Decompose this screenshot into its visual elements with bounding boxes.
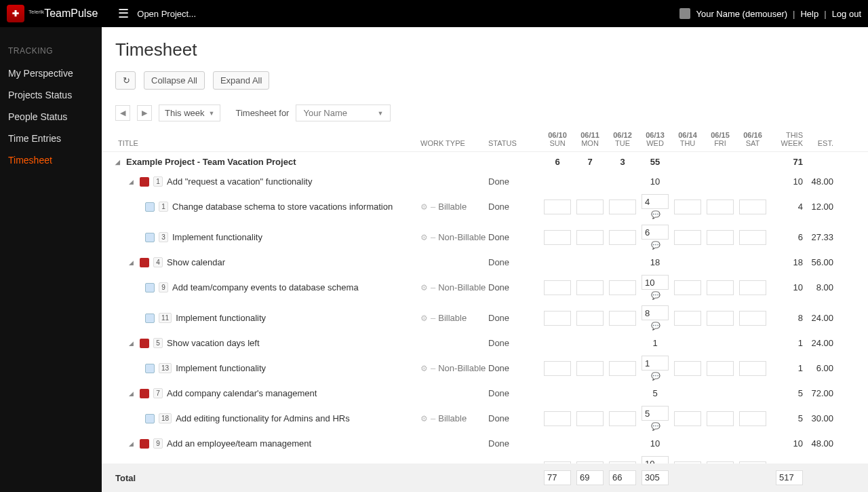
sidebar-item-people-status[interactable]: People Status <box>0 106 102 128</box>
gear-icon[interactable]: ⚙ <box>420 283 428 292</box>
person-value: Your Name <box>303 108 347 118</box>
total-label: Total <box>115 473 420 483</box>
help-link[interactable]: Help <box>800 9 818 19</box>
user-link[interactable]: Your Name (demouser) <box>696 9 787 19</box>
week-picker[interactable]: This week ▼ <box>159 105 220 121</box>
avatar[interactable] <box>679 8 690 19</box>
expand-all-button[interactable]: Expand All <box>213 71 269 90</box>
time-input[interactable] <box>609 361 636 376</box>
collapse-icon[interactable]: ◢ <box>129 340 136 347</box>
est-value: 8.00 <box>803 282 833 292</box>
time-input[interactable] <box>642 456 669 463</box>
sidebar-item-my-perspective[interactable]: My Perspective <box>0 62 102 84</box>
collapse-all-button[interactable]: Collapse All <box>144 71 205 90</box>
time-input[interactable] <box>707 280 734 295</box>
time-input[interactable] <box>544 311 571 326</box>
refresh-button[interactable]: ↻ <box>115 71 136 90</box>
est-value: 27.33 <box>803 232 833 242</box>
time-input[interactable] <box>674 361 701 376</box>
time-input[interactable] <box>576 280 604 295</box>
time-input[interactable] <box>707 311 734 326</box>
time-input[interactable] <box>544 280 571 295</box>
gear-icon[interactable]: ⚙ <box>420 414 428 423</box>
time-input[interactable] <box>739 411 766 426</box>
comment-icon[interactable]: 💬 <box>651 372 660 380</box>
story-title: Add company calendar's management <box>167 388 317 398</box>
time-input[interactable] <box>642 275 669 290</box>
time-input[interactable] <box>674 200 701 214</box>
time-input[interactable] <box>576 311 604 326</box>
prev-week-button[interactable]: ◀ <box>115 105 130 121</box>
gear-icon[interactable]: ⚙ <box>420 314 428 323</box>
time-input[interactable] <box>576 200 604 214</box>
collapse-icon[interactable]: ◢ <box>129 259 136 266</box>
time-input[interactable] <box>642 194 669 209</box>
time-input[interactable] <box>739 230 766 245</box>
comment-icon[interactable]: 💬 <box>651 322 660 330</box>
time-input[interactable] <box>642 225 669 240</box>
time-input[interactable] <box>544 361 571 376</box>
collapse-icon[interactable]: ◢ <box>129 178 136 185</box>
time-input[interactable] <box>609 311 636 326</box>
collapse-icon[interactable]: ◢ <box>129 390 136 397</box>
time-input[interactable] <box>739 200 766 214</box>
sidebar-item-projects-status[interactable]: Projects Status <box>0 84 102 106</box>
total-day: 77 <box>541 470 574 485</box>
time-input[interactable] <box>544 200 571 214</box>
time-input[interactable] <box>609 200 636 214</box>
time-input[interactable] <box>674 280 701 295</box>
total-day <box>671 470 704 485</box>
time-input[interactable] <box>707 361 734 376</box>
time-input[interactable] <box>609 280 636 295</box>
comment-icon[interactable]: 💬 <box>651 210 660 219</box>
time-input[interactable] <box>576 230 604 245</box>
time-input[interactable] <box>544 230 571 245</box>
task-title: Implement functionality <box>176 313 266 323</box>
time-input[interactable] <box>739 311 766 326</box>
time-input[interactable] <box>739 280 766 295</box>
collapse-icon[interactable]: ◢ <box>129 440 136 447</box>
time-input[interactable] <box>642 305 669 320</box>
est-value: 12.00 <box>803 202 833 212</box>
menu-icon[interactable]: ☰ <box>118 6 129 21</box>
collapse-icon[interactable]: ◢ <box>115 159 122 166</box>
time-input[interactable] <box>576 411 604 426</box>
gear-icon[interactable]: ⚙ <box>420 202 428 212</box>
time-input[interactable] <box>642 356 669 371</box>
person-select[interactable]: Your Name ▼ <box>296 105 391 121</box>
sidebar-item-time-entries[interactable]: Time Entries <box>0 128 102 149</box>
timesheet-grid: TITLE WORK TYPE STATUS 06/10SUN06/11MON0… <box>102 126 868 463</box>
time-input[interactable] <box>707 411 734 426</box>
comment-icon[interactable]: 💬 <box>651 291 660 299</box>
next-week-button[interactable]: ▶ <box>137 105 152 121</box>
logout-link[interactable]: Log out <box>832 9 861 19</box>
day-value: 7 <box>574 157 606 167</box>
time-input[interactable] <box>609 230 636 245</box>
est-value: 6.00 <box>803 363 833 373</box>
story-icon <box>140 389 149 398</box>
time-input[interactable] <box>642 406 669 421</box>
time-input[interactable] <box>707 200 734 214</box>
logo-icon: ✚ <box>7 5 24 22</box>
id-badge: 5 <box>153 338 163 348</box>
time-input[interactable] <box>576 361 604 376</box>
time-input[interactable] <box>674 311 701 326</box>
time-input[interactable] <box>739 361 766 376</box>
logo[interactable]: ✚ TelerikTeamPulse <box>7 5 98 22</box>
time-input[interactable] <box>544 411 571 426</box>
day-value: 6 <box>541 157 574 167</box>
sidebar-item-timesheet[interactable]: Timesheet <box>0 149 102 171</box>
gear-icon[interactable]: ⚙ <box>420 233 428 242</box>
id-badge: 9 <box>159 282 168 292</box>
open-project-link[interactable]: Open Project... <box>137 9 196 19</box>
status: Done <box>488 282 541 292</box>
comment-icon[interactable]: 💬 <box>651 241 660 249</box>
time-input[interactable] <box>674 230 701 245</box>
comment-icon[interactable]: 💬 <box>651 422 660 430</box>
work-type: Non-Billable <box>438 232 486 242</box>
time-input[interactable] <box>674 411 701 426</box>
time-input[interactable] <box>707 230 734 245</box>
time-input[interactable] <box>609 411 636 426</box>
status: Done <box>488 202 541 212</box>
gear-icon[interactable]: ⚙ <box>420 364 428 373</box>
